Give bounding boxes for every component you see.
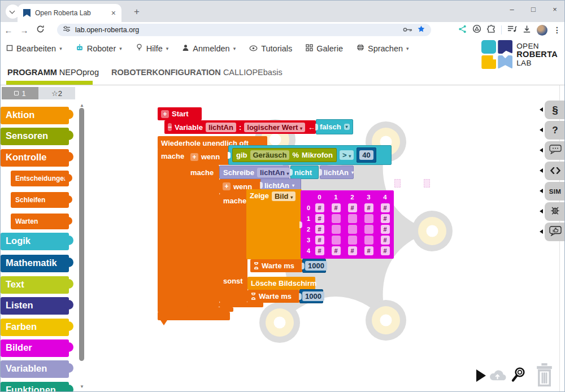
if2-bottom[interactable] [219,302,263,307]
matrix-cell[interactable]: # [377,203,393,214]
matrix-cell[interactable]: # [360,246,377,256]
matrix-cell[interactable]: # [377,224,393,235]
side-tab-collapse-icon[interactable] [540,229,543,234]
matrix-col-header: 3 [360,192,377,203]
code-icon [550,166,560,176]
sensor-mode-dropdown[interactable]: Geräusch [250,150,290,160]
side-tab-collapse-icon[interactable] [540,107,543,112]
matrix-cell[interactable]: # [377,246,393,256]
side-tab-collapse-icon[interactable] [540,128,543,132]
set-variable-block[interactable]: Schreibe lichtAn ▾ [219,165,289,179]
wait-block-2[interactable]: Warte ms [247,290,299,303]
condition-compare-block[interactable]: gib Geräusch % Mikrofon > ▾ 40 [228,145,392,165]
browser-window: Open Roberta Lab × + – □ × ← → lab.open-… [0,0,565,392]
matrix-cell[interactable] [328,224,344,235]
hourglass-icon [254,262,259,269]
matrix-col-header: 1 [328,192,344,203]
matrix-cell[interactable] [328,214,344,224]
matrix-cell[interactable]: # [311,224,328,235]
collapse-icon[interactable]: − [168,123,172,131]
if1-expand-icon[interactable]: + [190,153,198,161]
variable-type-dropdown[interactable]: logischer Wert ▾ [244,123,305,132]
led-matrix-block[interactable]: 012340#####1##2##3##4##### [301,190,394,259]
matrix-cell[interactable]: # [377,214,393,224]
number-1000-field-2[interactable]: 1000 [302,291,324,301]
matrix-cell[interactable]: # [344,246,360,256]
cloud-upload-button[interactable] [489,368,506,384]
matrix-col-header: 4 [377,192,393,203]
side-tab-sim[interactable]: SIM [545,182,565,201]
if1-do-spine[interactable]: mache [187,165,219,307]
if1-header-block[interactable]: + wenn [187,149,232,165]
show-image-dropdown[interactable]: Bild ▾ [272,191,295,201]
wait-block-1[interactable]: Warte ms [250,259,302,272]
bubble-icon [549,145,562,156]
side-tab-code[interactable] [545,162,565,180]
matrix-row-header: 1 [303,214,311,224]
compare-op-dropdown[interactable]: > ▾ [340,150,354,160]
matrix-cell[interactable]: # [311,203,328,214]
side-tab-collapse-icon[interactable] [540,148,543,153]
matrix-cell[interactable]: # [360,203,377,214]
trash-button[interactable] [535,362,554,390]
matrix-cell[interactable] [360,214,377,224]
section-icon: § [552,104,558,116]
matrix-cell[interactable]: # [311,235,328,246]
side-tab-legal[interactable]: § [545,101,565,119]
side-tab-collapse-icon[interactable] [540,168,543,173]
matrix-cell[interactable]: # [311,214,328,224]
number-1000-field-1[interactable]: 1000 [305,261,327,271]
side-tab-collapse-icon[interactable] [540,209,543,214]
show-image-block[interactable]: Zeige Bild ▾ [246,189,302,259]
if2-spine[interactable]: mache sonst [219,194,247,302]
set-variable-dropdown[interactable]: lichtAn ▾ [257,168,292,177]
number-40-field[interactable]: 40 [359,150,373,160]
not-block[interactable]: nicht [290,165,319,179]
matrix-cell[interactable] [328,235,344,246]
clear-screen-block[interactable]: Lösche Bildschirm [247,277,315,290]
zoom-button[interactable] [511,367,526,385]
side-tab-help[interactable]: ? [545,121,565,140]
matrix-cell[interactable]: # [344,203,360,214]
side-tab-collapse-icon[interactable] [540,189,543,193]
variable-declaration-block[interactable]: − Variable lichtAn : logischer Wert ▾ ← [164,120,316,134]
loop-bottom[interactable] [158,312,230,320]
number-1000-block-1[interactable]: 1000 [302,259,326,273]
matrix-row-header: 3 [303,235,311,246]
question-icon: ? [552,125,558,136]
number-40-block[interactable]: 40 [357,147,376,163]
side-tab-feedback[interactable] [545,223,565,241]
matrix-row-header: 2 [303,224,311,235]
matrix-cell[interactable] [360,235,377,246]
matrix-cell[interactable]: # [377,235,393,246]
variable-operand-block[interactable]: lichtAn ▾ [320,165,354,179]
if2-expand-icon[interactable]: + [223,182,231,190]
loop-tail-icon [160,320,167,325]
if1-bottom[interactable] [187,307,233,312]
side-tab-comments[interactable] [545,141,565,160]
matrix-cell[interactable] [360,224,377,235]
start-block[interactable]: + Start [158,107,202,120]
variable-name-field[interactable]: lichtAn [206,123,236,132]
thumb-icon [549,226,562,238]
bug-icon [550,206,560,217]
matrix-col-header: 2 [344,192,360,203]
matrix-row-header: 0 [303,203,311,214]
matrix-cell[interactable] [344,235,360,246]
number-1000-block-2[interactable]: 1000 [299,289,323,303]
expand-icon[interactable]: + [161,110,169,118]
matrix-cell[interactable]: # [328,246,344,256]
false-value-block[interactable]: falsch▾ [316,119,353,134]
matrix-col-header: 0 [311,192,328,203]
matrix-cell[interactable] [344,214,360,224]
loop-do-spine[interactable]: mache [158,149,188,312]
matrix-cell[interactable] [344,224,360,235]
matrix-cell[interactable]: # [311,246,328,256]
matrix-row-header: 4 [303,246,311,256]
side-tab-debug[interactable] [545,202,565,221]
matrix-corner [303,192,311,203]
matrix-cell[interactable]: # [328,203,344,214]
microphone-sensor-block[interactable]: gib Geräusch % Mikrofon [232,148,337,162]
run-program-button[interactable] [476,369,486,382]
sim-label: SIM [549,188,562,195]
